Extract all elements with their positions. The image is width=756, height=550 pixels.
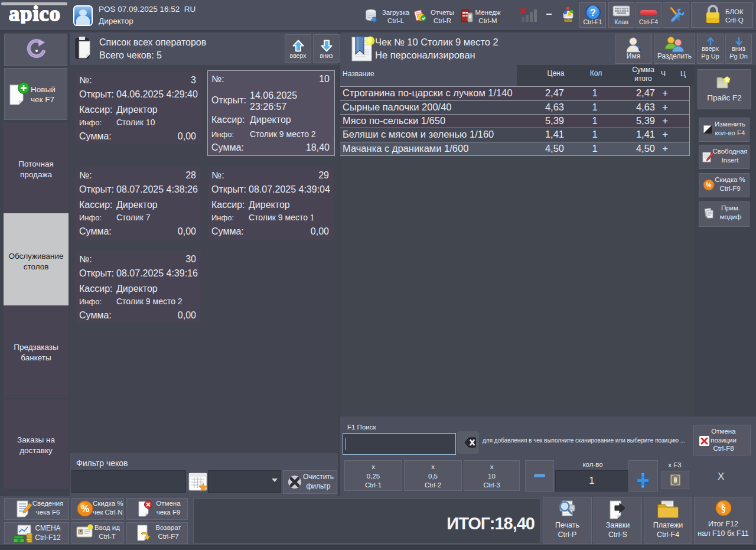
svg-text:§: § <box>721 503 726 514</box>
svg-text:?: ? <box>590 8 596 18</box>
svg-text:%: % <box>81 504 89 514</box>
